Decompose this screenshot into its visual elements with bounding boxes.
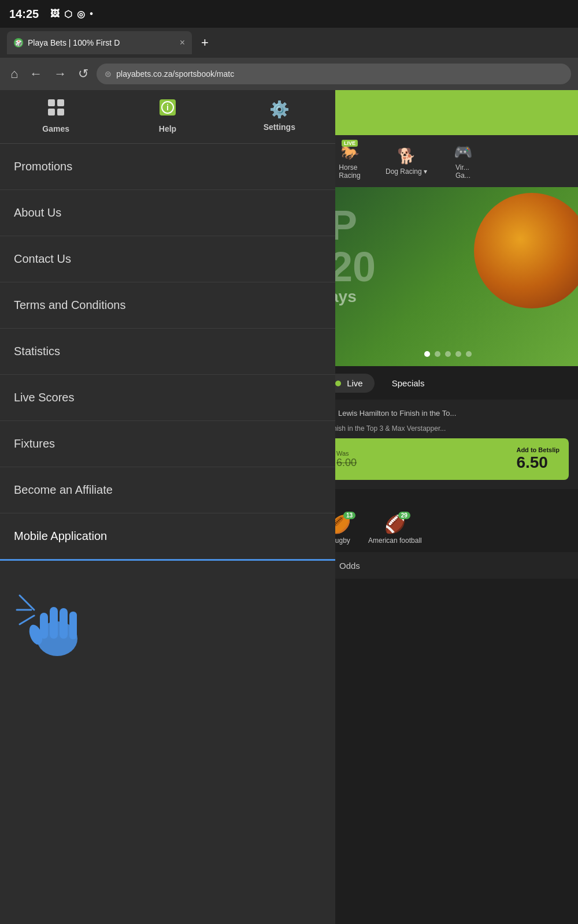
menu-item-mobile-app[interactable]: Mobile Application	[0, 513, 335, 561]
banner-dot-1[interactable]	[424, 351, 430, 357]
games-icon	[47, 98, 65, 121]
bet-was-label: Was	[336, 450, 357, 457]
active-tab[interactable]: 🎲 Playa Bets | 100% First D ×	[7, 31, 192, 54]
specials-content: ⊙ Lewis Hamilton to Finish in the To... …	[318, 400, 578, 489]
sports-icons-row: 🏉 13 Rugby 🏈 29 American football	[318, 506, 578, 552]
bet-old-value: 6.00	[336, 457, 357, 469]
svg-line-7	[20, 595, 34, 610]
menu-item-about-us[interactable]: About Us	[0, 190, 335, 236]
address-bar[interactable]: ⊜ playabets.co.za/sportsbook/matc	[97, 64, 571, 84]
menu-item-terms[interactable]: Terms and Conditions	[0, 282, 335, 329]
back-button[interactable]: ←	[26, 63, 46, 85]
banner-dots	[424, 351, 472, 357]
rugby-count: 13	[343, 512, 355, 519]
live-tabs: Live Specials	[318, 366, 578, 400]
status-bar: 14:25 🖼 ⬡ ◎ •	[0, 0, 578, 28]
bet-new-section: Add to Betslip 6.50	[516, 446, 560, 472]
home-button[interactable]: ⌂	[7, 63, 21, 85]
menu-item-live-scores[interactable]: Live Scores	[0, 375, 335, 421]
about-us-label: About Us	[14, 206, 61, 219]
svg-line-9	[20, 616, 34, 624]
bet-new-value: 6.50	[516, 453, 560, 472]
address-text: playabets.co.za/sportsbook/matc	[116, 69, 234, 79]
help-label: Help	[159, 124, 176, 133]
tab-bar: 🎲 Playa Bets | 100% First D × +	[0, 28, 578, 58]
american-football-count: 29	[398, 512, 410, 519]
status-icons: 🖼 ⬡ ◎ •	[50, 9, 93, 20]
menu-item-affiliate[interactable]: Become an Affiliate	[0, 467, 335, 513]
svg-rect-13	[60, 608, 68, 639]
help-icon: i	[158, 98, 177, 121]
banner-text: P 20 ays	[329, 204, 376, 306]
special-event-title: ⊙ Lewis Hamilton to Finish in the To...	[327, 409, 569, 418]
svg-rect-2	[48, 109, 55, 116]
basketball-image	[474, 193, 578, 308]
menu-item-contact-us[interactable]: Contact Us	[0, 236, 335, 282]
banner-dot-3[interactable]	[445, 351, 451, 357]
virtual-label: Vir...Ga...	[455, 163, 470, 180]
menu-list: Promotions About Us Contact Us Terms and…	[0, 144, 335, 924]
wave-hand-icon	[14, 578, 95, 659]
tab-favicon: 🎲	[14, 38, 23, 47]
signal-icon: ⬡	[64, 9, 72, 20]
affiliate-label: Become an Affiliate	[14, 483, 113, 497]
menu-item-promotions[interactable]: Promotions	[0, 144, 335, 190]
american-football-icon: 🏈 29	[384, 514, 406, 534]
svg-rect-1	[57, 99, 64, 106]
new-tab-button[interactable]: +	[201, 35, 209, 50]
live-scores-label: Live Scores	[14, 391, 75, 404]
svg-rect-0	[48, 99, 55, 106]
bet-was-section: Was 6.00	[336, 450, 357, 469]
sports-nav-bar: LIVE 🐎 HorseRacing 🐕 Dog Racing ▾ 🎮 Vir.…	[318, 135, 578, 187]
banner-dot-5[interactable]	[466, 351, 472, 357]
network-icon: ◎	[77, 9, 85, 20]
reload-button[interactable]: ↺	[75, 63, 92, 85]
special-title-text: Lewis Hamilton to Finish in the To...	[338, 409, 456, 418]
forward-button[interactable]: →	[50, 63, 70, 85]
banner-dot-2[interactable]	[435, 351, 440, 357]
terms-label: Terms and Conditions	[14, 299, 125, 312]
horse-racing-label: HorseRacing	[339, 163, 360, 180]
dog-racing-label: Dog Racing ▾	[386, 167, 427, 176]
banner-big-text: P	[329, 204, 376, 246]
add-to-betslip-label: Add to Betslip	[516, 446, 560, 453]
svg-rect-3	[57, 109, 64, 116]
menu-item-fixtures[interactable]: Fixtures	[0, 421, 335, 467]
settings-icon: ⚙️	[269, 100, 290, 119]
dog-racing-icon: 🐕	[397, 147, 416, 165]
sport-item-virtual[interactable]: 🎮 Vir...Ga...	[437, 139, 489, 184]
odds-label: Odds	[339, 561, 360, 571]
live-dot	[335, 381, 341, 386]
svg-rect-14	[69, 612, 77, 639]
mobile-app-label: Mobile Application	[14, 530, 107, 543]
app-container: × 🦁 PLAYABets All bets are on! LIVE 🐎 Ho…	[0, 90, 578, 924]
status-time: 14:25	[9, 8, 39, 21]
tab-settings[interactable]: ⚙️ Settings	[224, 90, 335, 143]
sport-item-dog-racing[interactable]: 🐕 Dog Racing ▾	[379, 143, 434, 180]
browser-chrome: 🎲 Playa Bets | 100% First D × + ⌂ ← → ↺ …	[0, 28, 578, 90]
menu-item-statistics[interactable]: Statistics	[0, 329, 335, 375]
promo-banner[interactable]: P 20 ays	[318, 187, 578, 366]
sport-badge-american-football[interactable]: 🏈 29 American football	[368, 514, 422, 545]
banner-caption: ays	[329, 288, 376, 306]
browser-nav-bar: ⌂ ← → ↺ ⊜ playabets.co.za/sportsbook/mat…	[0, 58, 578, 90]
contact-us-label: Contact Us	[14, 252, 71, 266]
banner-sub-text: 20	[329, 246, 376, 288]
side-panel: Games i Help ⚙️ Settings Promoti	[0, 90, 335, 924]
odds-row[interactable]: ⇅ Odds	[318, 552, 578, 579]
svg-rect-12	[50, 607, 58, 639]
tab-games[interactable]: Games	[0, 90, 112, 143]
live-tab-label: Live	[347, 378, 363, 388]
tab-help[interactable]: i Help	[112, 90, 223, 143]
tab-specials[interactable]: Specials	[380, 374, 436, 393]
statistics-label: Statistics	[14, 345, 60, 358]
tab-close-button[interactable]: ×	[180, 38, 185, 48]
bet-card[interactable]: Was 6.00 Add to Betslip 6.50	[327, 438, 569, 480]
american-football-label: American football	[368, 536, 422, 545]
svg-text:i: i	[166, 103, 169, 112]
settings-label: Settings	[264, 122, 295, 132]
site-security-icon: ⊜	[105, 69, 112, 79]
specials-tab-label: Specials	[392, 378, 425, 388]
banner-dot-4[interactable]	[455, 351, 461, 357]
promotions-label: Promotions	[14, 160, 72, 173]
